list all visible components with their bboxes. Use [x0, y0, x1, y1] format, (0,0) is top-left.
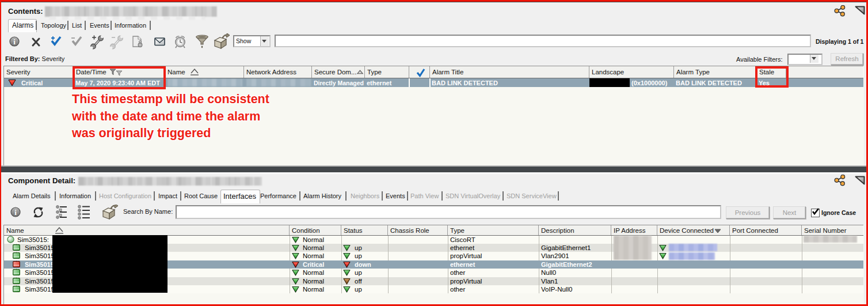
svg-text:i: i	[13, 37, 16, 46]
svg-text:i: i	[14, 208, 17, 217]
